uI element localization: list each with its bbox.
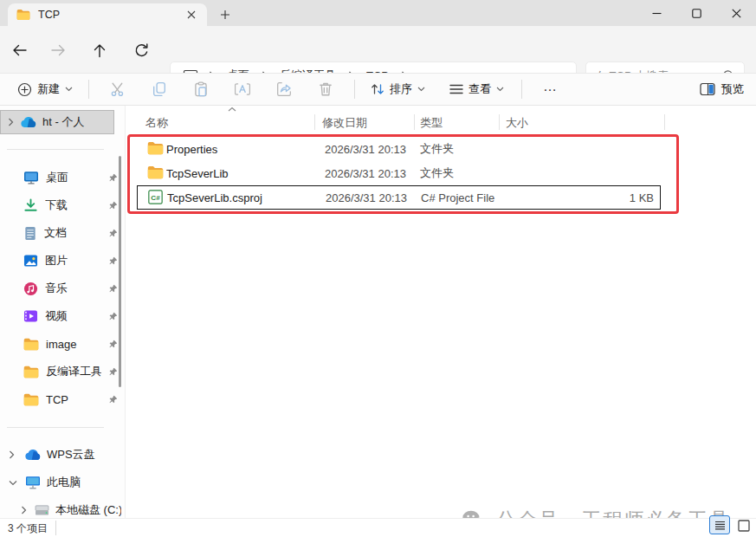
chevron-right-icon[interactable] [21,506,27,514]
maximize-button[interactable] [676,0,716,26]
navigation-pane: ht - 个人 桌面 下载 文档 [0,106,126,518]
plus-circle-icon [17,82,32,97]
view-button[interactable]: 查看 [443,77,511,101]
file-row-tcpseverlib[interactable]: TcpSeverLib 2026/3/31 20:13 文件夹 [137,161,661,185]
sort-button[interactable]: 排序 [364,77,432,101]
cut-icon [110,81,126,97]
chevron-right-icon[interactable] [8,118,14,126]
download-icon [23,198,38,213]
file-name: Properties [166,143,217,156]
more-options-button[interactable]: … [531,79,571,100]
column-header-size[interactable]: 大小 [506,115,528,131]
column-header-name[interactable]: 名称 [145,115,168,131]
folder-icon [23,338,39,351]
sidebar-item-label: ht - 个人 [42,114,113,130]
rename-icon [235,81,250,97]
forward-button[interactable] [48,41,68,60]
paste-button[interactable] [184,77,217,101]
icons-view-toggle[interactable] [735,519,753,533]
sidebar-item-label: 图片 [45,253,101,268]
column-header-date[interactable]: 修改日期 [322,115,367,131]
preview-button-label: 预览 [721,81,744,97]
chevron-down-icon[interactable] [9,480,17,486]
file-name: TcpSeverLib.csproj [167,191,262,204]
share-button[interactable] [268,77,300,101]
up-button[interactable] [90,41,109,60]
pin-icon [108,201,118,210]
desktop-icon [23,171,39,184]
file-row-properties[interactable]: Properties 2026/3/31 20:13 文件夹 [137,137,661,161]
refresh-button[interactable] [132,41,151,60]
column-divider[interactable] [664,114,665,130]
sidebar-item-label: 文档 [44,225,101,241]
sidebar-item-pictures[interactable]: 图片 [9,249,118,272]
sidebar-item-videos[interactable]: 视频 [9,305,118,327]
sidebar-item-label: image [46,338,101,351]
copy-button[interactable] [143,77,176,101]
sidebar-item-downloads[interactable]: 下载 [9,194,118,217]
sidebar-item-label: 桌面 [46,170,101,185]
sidebar-item-label: 反编译工具 [46,364,101,379]
view-list-icon [449,83,463,95]
sort-icon [371,82,384,96]
file-size: 1 KB [630,191,654,204]
back-button[interactable] [10,41,29,60]
explorer-tab[interactable]: TCP [8,3,207,26]
tab-title: TCP [38,9,177,21]
sidebar-item-onedrive-profile[interactable]: ht - 个人 [0,110,114,134]
window-controls [636,0,756,26]
folder-icon [16,9,30,21]
chevron-down-icon [65,87,73,92]
cloud-icon [24,450,41,461]
chevron-down-icon [496,87,504,92]
column-divider[interactable] [314,114,315,130]
item-count: 3 个项目 [8,521,48,536]
details-view-toggle[interactable] [709,515,730,534]
sidebar-item-wps-cloud[interactable]: WPS云盘 [0,443,121,466]
copy-icon [152,81,167,97]
preview-button[interactable]: 预览 [700,81,744,97]
sidebar-item-tcp[interactable]: TCP [9,388,118,411]
cut-button[interactable] [101,77,134,101]
file-type: C# Project File [421,191,494,204]
folder-icon [23,393,39,406]
sidebar-item-label: 此电脑 [47,475,121,490]
sidebar-item-documents[interactable]: 文档 [9,222,118,244]
drive-icon [35,504,49,516]
minimize-button[interactable] [636,0,676,26]
sidebar-item-image-folder[interactable]: image [9,333,118,355]
sidebar-item-decompile-tools[interactable]: 反编译工具 [9,360,118,383]
file-explorer-window: TCP [0,0,756,537]
folder-icon [147,165,164,179]
toolbar-separator [354,80,355,99]
delete-button[interactable] [309,77,342,101]
sidebar-item-label: 下载 [45,197,101,213]
pin-icon [108,395,118,404]
sidebar-scrollbar[interactable] [119,156,121,387]
folder-icon [147,141,164,155]
close-button[interactable] [716,0,756,26]
sidebar-item-label: 视频 [45,308,101,324]
sidebar-item-music[interactable]: 音乐 [9,277,118,300]
sidebar-item-this-pc[interactable]: 此电脑 [0,471,121,494]
rename-button[interactable] [226,77,259,101]
file-row-tcpseverlib-csproj[interactable]: C# TcpSeverLib.csproj 2026/3/31 20:13 C#… [137,185,661,210]
sidebar-item-desktop[interactable]: 桌面 [9,166,118,189]
command-toolbar: 新建 [0,73,756,106]
pictures-icon [23,254,38,268]
sidebar-item-label: WPS云盘 [47,447,121,463]
tab-close-icon[interactable] [184,8,198,22]
pin-icon [108,284,118,294]
column-divider[interactable] [414,114,415,130]
title-bar: TCP [0,0,756,26]
file-list-pane: 名称 修改日期 类型 大小 Properties 2026/3/31 20:13… [126,106,756,518]
chevron-right-icon[interactable] [9,450,15,459]
column-header-type[interactable]: 类型 [420,115,443,131]
file-type: 文件夹 [420,141,454,157]
new-button[interactable]: 新建 [10,77,80,101]
column-divider[interactable] [499,114,500,130]
new-tab-button[interactable] [216,6,234,23]
sidebar-item-label: TCP [46,393,101,406]
svg-text:C#: C# [151,194,160,202]
toolbar-separator [521,80,522,99]
